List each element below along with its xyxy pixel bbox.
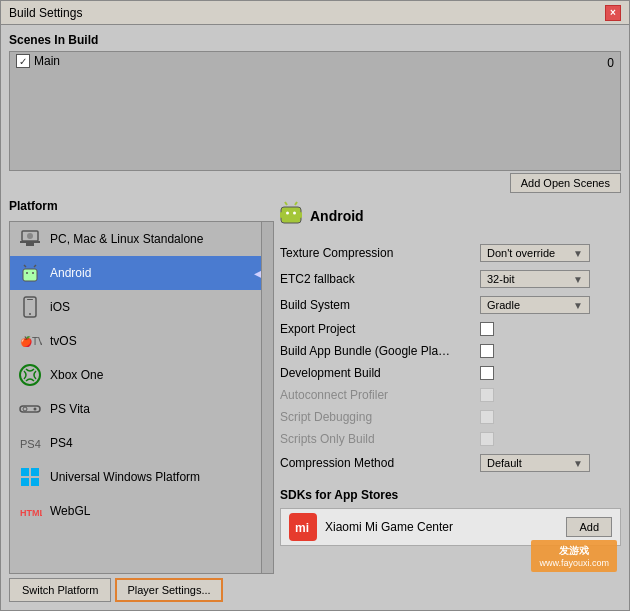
platform-name-pc: PC, Mac & Linux Standalone [50, 232, 265, 246]
svg-rect-11 [27, 299, 33, 300]
platform-item-xbox[interactable]: Xbox One [10, 358, 273, 392]
main-content: Scenes In Build ✓ Main 0 Add Open Scenes… [1, 25, 629, 610]
platform-list: PC, Mac & Linux Standalone [9, 221, 274, 574]
svg-text:mi: mi [295, 521, 309, 535]
compression-method-arrow: ▼ [573, 458, 583, 469]
compression-method-label: Compression Method [280, 456, 480, 470]
build-app-bundle-row: Build App Bundle (Google Pla… [280, 344, 621, 358]
ios-icon [18, 295, 42, 319]
scenes-list: ✓ Main 0 [9, 51, 621, 171]
script-debugging-label: Script Debugging [280, 410, 480, 424]
title-bar: Build Settings × [1, 1, 629, 25]
texture-compression-dropdown[interactable]: Don't override ▼ [480, 244, 590, 262]
platform-item-uwp[interactable]: Universal Windows Platform [10, 460, 273, 494]
android-settings-icon [280, 199, 302, 232]
platform-section-label: Platform [9, 199, 274, 213]
svg-point-6 [32, 272, 34, 274]
add-open-scenes-row: Add Open Scenes [9, 173, 621, 193]
etc2-fallback-dropdown[interactable]: 32-bit ▼ [480, 270, 590, 288]
build-app-bundle-label: Build App Bundle (Google Pla… [280, 344, 480, 358]
svg-line-7 [24, 265, 26, 267]
svg-text:🍎TV: 🍎TV [20, 335, 42, 348]
add-open-scenes-button[interactable]: Add Open Scenes [510, 173, 621, 193]
watermark: 发游戏 www.fayouxi.com [531, 540, 617, 572]
compression-method-dropdown[interactable]: Default ▼ [480, 454, 590, 472]
sdks-section-label: SDKs for App Stores [280, 488, 621, 502]
xiaomi-add-button[interactable]: Add [566, 517, 612, 537]
svg-point-10 [29, 313, 31, 315]
platform-item-pc[interactable]: PC, Mac & Linux Standalone [10, 222, 273, 256]
autoconnect-profiler-checkbox [480, 388, 494, 402]
export-project-label: Export Project [280, 322, 480, 336]
svg-rect-2 [26, 243, 34, 246]
svg-rect-18 [21, 468, 29, 476]
svg-point-25 [293, 212, 296, 215]
platform-name-uwp: Universal Windows Platform [50, 470, 265, 484]
psvita-icon [18, 397, 42, 421]
svg-point-24 [286, 212, 289, 215]
svg-line-26 [285, 202, 287, 205]
platform-item-tvos[interactable]: 🍎TV tvOS [10, 324, 273, 358]
build-system-label: Build System [280, 298, 480, 312]
script-debugging-row: Script Debugging [280, 410, 621, 424]
android-settings-title: Android [310, 208, 364, 224]
svg-rect-28 [280, 212, 282, 218]
development-build-checkbox[interactable] [480, 366, 494, 380]
etc2-fallback-row: ETC2 fallback 32-bit ▼ [280, 270, 621, 288]
svg-rect-21 [31, 478, 39, 486]
scenes-section: Scenes In Build ✓ Main 0 Add Open Scenes [9, 33, 621, 193]
svg-rect-20 [21, 478, 29, 486]
pc-icon [18, 227, 42, 251]
svg-point-3 [27, 233, 33, 239]
platform-name-tvos: tvOS [50, 334, 265, 348]
build-settings-window: Build Settings × Scenes In Build ✓ Main … [0, 0, 630, 611]
switch-platform-button[interactable]: Switch Platform [9, 578, 111, 602]
platform-list-inner: PC, Mac & Linux Standalone [10, 222, 273, 573]
platform-item-android[interactable]: Android ◀ [10, 256, 273, 290]
scripts-only-build-checkbox [480, 432, 494, 446]
svg-rect-4 [23, 269, 37, 281]
platform-item-webgl[interactable]: HTML WebGL [10, 494, 273, 528]
build-system-dropdown[interactable]: Gradle ▼ [480, 296, 590, 314]
svg-text:HTML: HTML [20, 508, 42, 518]
platform-item-psvita[interactable]: PS Vita [10, 392, 273, 426]
platform-name-webgl: WebGL [50, 504, 265, 518]
svg-rect-19 [31, 468, 39, 476]
etc2-fallback-arrow: ▼ [573, 274, 583, 285]
svg-line-8 [34, 265, 36, 267]
tvos-icon: 🍎TV [18, 329, 42, 353]
webgl-icon: HTML [18, 499, 42, 523]
close-button[interactable]: × [605, 5, 621, 21]
build-app-bundle-checkbox[interactable] [480, 344, 494, 358]
svg-rect-29 [300, 212, 302, 218]
development-build-label: Development Build [280, 366, 480, 380]
platform-name-ps4: PS4 [50, 436, 265, 450]
svg-text:PS4: PS4 [20, 438, 41, 450]
ps4-icon: PS4 [18, 431, 42, 455]
compression-method-row: Compression Method Default ▼ [280, 454, 621, 472]
texture-compression-row: Texture Compression Don't override ▼ [280, 244, 621, 262]
svg-point-15 [23, 407, 27, 411]
scenes-section-label: Scenes In Build [9, 33, 621, 47]
xiaomi-logo: mi [289, 513, 317, 541]
platform-item-ps4[interactable]: PS4 PS4 [10, 426, 273, 460]
platform-list-scrollbar[interactable] [261, 222, 273, 573]
svg-rect-23 [281, 207, 301, 223]
android-settings-header: Android [280, 199, 621, 232]
svg-point-16 [34, 408, 37, 411]
android-icon [18, 261, 42, 285]
xiaomi-sdk-name: Xiaomi Mi Game Center [325, 520, 558, 534]
texture-compression-arrow: ▼ [573, 248, 583, 259]
scene-name: Main [34, 54, 60, 68]
bottom-section: Platform [9, 199, 621, 602]
scene-checkbox[interactable]: ✓ [16, 54, 30, 68]
export-project-checkbox[interactable] [480, 322, 494, 336]
platform-item-ios[interactable]: iOS [10, 290, 273, 324]
player-settings-button[interactable]: Player Settings... [115, 578, 222, 602]
autoconnect-profiler-row: Autoconnect Profiler [280, 388, 621, 402]
development-build-row: Development Build [280, 366, 621, 380]
scripts-only-build-row: Scripts Only Build [280, 432, 621, 446]
uwp-icon [18, 465, 42, 489]
export-project-row: Export Project [280, 322, 621, 336]
etc2-fallback-label: ETC2 fallback [280, 272, 480, 286]
